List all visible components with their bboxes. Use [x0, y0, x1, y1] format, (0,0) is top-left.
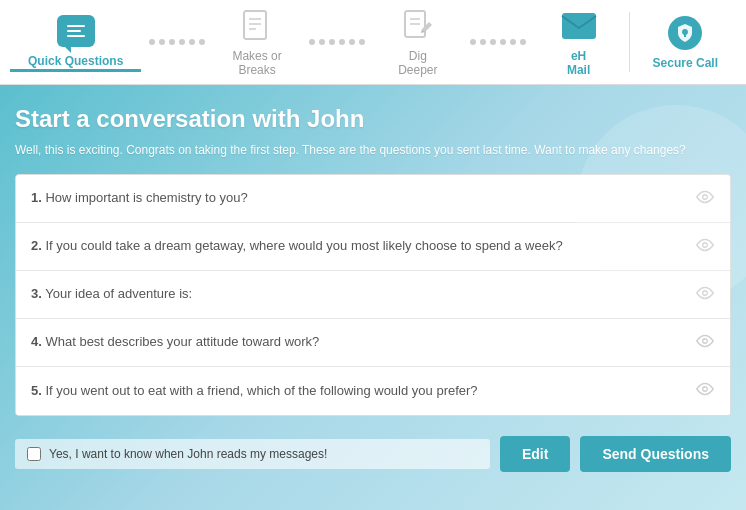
question-row: 1. How important is chemistry to you? [16, 175, 730, 223]
pencil-icon [399, 7, 437, 45]
question-row: 2. If you could take a dream getaway, wh… [16, 223, 730, 271]
eye-icon-2[interactable] [695, 238, 715, 256]
chat-icon [57, 12, 95, 50]
conversation-title: Start a conversation with John [15, 105, 731, 133]
eye-icon-3[interactable] [695, 286, 715, 304]
nav-divider [629, 12, 630, 72]
questions-container: 1. How important is chemistry to you? 2.… [15, 174, 731, 416]
eye-icon-4[interactable] [695, 334, 715, 352]
notification-checkbox[interactable] [27, 447, 41, 461]
nav-label-secure-call: Secure Call [653, 56, 718, 70]
question-row: 5. If you went out to eat with a friend,… [16, 367, 730, 415]
nav-label-dig-deeper: DigDeeper [398, 49, 437, 78]
nav-item-secure-call[interactable]: Secure Call [635, 14, 736, 70]
question-row: 4. What best describes your attitude tow… [16, 319, 730, 367]
notification-label-text: Yes, I want to know when John reads my m… [49, 447, 327, 461]
nav-item-eh-mail[interactable]: eHMail [534, 7, 624, 78]
nav-item-quick-questions[interactable]: Quick Questions [10, 12, 141, 71]
svg-point-12 [703, 338, 708, 343]
svg-rect-7 [562, 13, 596, 39]
svg-rect-0 [244, 11, 266, 39]
top-navigation: Quick Questions Makes orBreaks [0, 0, 746, 85]
mail-icon [560, 7, 598, 45]
phone-shield-icon [666, 14, 704, 52]
conversation-subtitle: Well, this is exciting. Congrats on taki… [15, 141, 695, 159]
nav-dots-1 [141, 39, 212, 45]
nav-dots-3 [463, 39, 534, 45]
svg-point-9 [703, 194, 708, 199]
notification-checkbox-label[interactable]: Yes, I want to know when John reads my m… [15, 439, 490, 469]
main-content: Start a conversation with John Well, thi… [0, 85, 746, 510]
nav-label-eh-mail: eHMail [567, 49, 590, 78]
question-text-1: 1. How important is chemistry to you? [31, 189, 685, 207]
question-text-5: 5. If you went out to eat with a friend,… [31, 382, 685, 400]
send-questions-button[interactable]: Send Questions [580, 436, 731, 472]
nav-label-quick-questions: Quick Questions [28, 54, 123, 68]
document-icon [238, 7, 276, 45]
question-text-3: 3. Your idea of adventure is: [31, 285, 685, 303]
question-text-4: 4. What best describes your attitude tow… [31, 333, 685, 351]
svg-point-11 [703, 290, 708, 295]
question-row: 3. Your idea of adventure is: [16, 271, 730, 319]
svg-point-10 [703, 242, 708, 247]
nav-item-makes-or-breaks[interactable]: Makes orBreaks [212, 7, 302, 78]
edit-button[interactable]: Edit [500, 436, 570, 472]
nav-label-makes-or-breaks: Makes orBreaks [232, 49, 281, 78]
eye-icon-5[interactable] [695, 382, 715, 400]
footer-row: Yes, I want to know when John reads my m… [15, 431, 731, 477]
question-text-2: 2. If you could take a dream getaway, wh… [31, 237, 685, 255]
nav-item-dig-deeper[interactable]: DigDeeper [373, 7, 463, 78]
nav-dots-2 [302, 39, 373, 45]
svg-point-13 [703, 387, 708, 392]
eye-icon-1[interactable] [695, 190, 715, 208]
